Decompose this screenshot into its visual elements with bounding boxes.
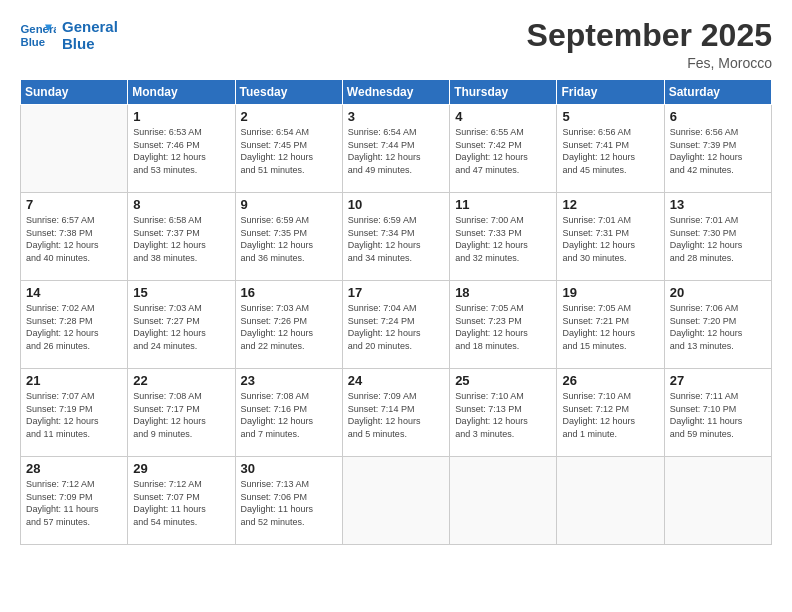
day-info: Sunrise: 7:07 AM Sunset: 7:19 PM Dayligh… [26, 390, 122, 440]
calendar-cell: 18Sunrise: 7:05 AM Sunset: 7:23 PM Dayli… [450, 281, 557, 369]
day-number: 11 [455, 197, 551, 212]
calendar-row-4: 21Sunrise: 7:07 AM Sunset: 7:19 PM Dayli… [21, 369, 772, 457]
day-number: 12 [562, 197, 658, 212]
logo-line2: Blue [62, 35, 118, 52]
day-info: Sunrise: 7:08 AM Sunset: 7:16 PM Dayligh… [241, 390, 337, 440]
logo-line1: General [62, 18, 118, 35]
day-info: Sunrise: 6:53 AM Sunset: 7:46 PM Dayligh… [133, 126, 229, 176]
day-info: Sunrise: 7:03 AM Sunset: 7:27 PM Dayligh… [133, 302, 229, 352]
calendar-cell: 1Sunrise: 6:53 AM Sunset: 7:46 PM Daylig… [128, 105, 235, 193]
calendar-cell: 13Sunrise: 7:01 AM Sunset: 7:30 PM Dayli… [664, 193, 771, 281]
calendar-row-1: 1Sunrise: 6:53 AM Sunset: 7:46 PM Daylig… [21, 105, 772, 193]
calendar-cell: 8Sunrise: 6:58 AM Sunset: 7:37 PM Daylig… [128, 193, 235, 281]
day-info: Sunrise: 6:59 AM Sunset: 7:35 PM Dayligh… [241, 214, 337, 264]
calendar-cell: 26Sunrise: 7:10 AM Sunset: 7:12 PM Dayli… [557, 369, 664, 457]
day-number: 18 [455, 285, 551, 300]
day-number: 14 [26, 285, 122, 300]
calendar-cell: 6Sunrise: 6:56 AM Sunset: 7:39 PM Daylig… [664, 105, 771, 193]
calendar-cell: 12Sunrise: 7:01 AM Sunset: 7:31 PM Dayli… [557, 193, 664, 281]
calendar-cell [342, 457, 449, 545]
col-header-tuesday: Tuesday [235, 80, 342, 105]
logo: General Blue General Blue [20, 18, 118, 53]
day-info: Sunrise: 6:57 AM Sunset: 7:38 PM Dayligh… [26, 214, 122, 264]
day-number: 20 [670, 285, 766, 300]
calendar-cell: 19Sunrise: 7:05 AM Sunset: 7:21 PM Dayli… [557, 281, 664, 369]
day-number: 23 [241, 373, 337, 388]
day-number: 15 [133, 285, 229, 300]
day-number: 29 [133, 461, 229, 476]
day-info: Sunrise: 7:12 AM Sunset: 7:07 PM Dayligh… [133, 478, 229, 528]
day-info: Sunrise: 7:01 AM Sunset: 7:30 PM Dayligh… [670, 214, 766, 264]
calendar-cell [21, 105, 128, 193]
svg-text:Blue: Blue [21, 36, 46, 48]
day-info: Sunrise: 7:05 AM Sunset: 7:23 PM Dayligh… [455, 302, 551, 352]
col-header-monday: Monday [128, 80, 235, 105]
day-info: Sunrise: 6:54 AM Sunset: 7:45 PM Dayligh… [241, 126, 337, 176]
day-number: 24 [348, 373, 444, 388]
calendar-cell: 30Sunrise: 7:13 AM Sunset: 7:06 PM Dayli… [235, 457, 342, 545]
calendar-cell: 3Sunrise: 6:54 AM Sunset: 7:44 PM Daylig… [342, 105, 449, 193]
calendar-cell: 27Sunrise: 7:11 AM Sunset: 7:10 PM Dayli… [664, 369, 771, 457]
day-info: Sunrise: 6:56 AM Sunset: 7:39 PM Dayligh… [670, 126, 766, 176]
calendar-table: SundayMondayTuesdayWednesdayThursdayFrid… [20, 79, 772, 545]
day-number: 17 [348, 285, 444, 300]
day-info: Sunrise: 7:01 AM Sunset: 7:31 PM Dayligh… [562, 214, 658, 264]
calendar-row-2: 7Sunrise: 6:57 AM Sunset: 7:38 PM Daylig… [21, 193, 772, 281]
day-info: Sunrise: 7:04 AM Sunset: 7:24 PM Dayligh… [348, 302, 444, 352]
day-number: 25 [455, 373, 551, 388]
day-info: Sunrise: 7:11 AM Sunset: 7:10 PM Dayligh… [670, 390, 766, 440]
day-number: 10 [348, 197, 444, 212]
day-number: 28 [26, 461, 122, 476]
day-number: 21 [26, 373, 122, 388]
calendar-cell: 11Sunrise: 7:00 AM Sunset: 7:33 PM Dayli… [450, 193, 557, 281]
logo-icon: General Blue [20, 21, 56, 49]
calendar-row-3: 14Sunrise: 7:02 AM Sunset: 7:28 PM Dayli… [21, 281, 772, 369]
day-info: Sunrise: 6:54 AM Sunset: 7:44 PM Dayligh… [348, 126, 444, 176]
day-info: Sunrise: 7:05 AM Sunset: 7:21 PM Dayligh… [562, 302, 658, 352]
day-info: Sunrise: 6:56 AM Sunset: 7:41 PM Dayligh… [562, 126, 658, 176]
day-info: Sunrise: 7:02 AM Sunset: 7:28 PM Dayligh… [26, 302, 122, 352]
day-number: 5 [562, 109, 658, 124]
day-number: 2 [241, 109, 337, 124]
day-number: 7 [26, 197, 122, 212]
calendar-cell: 29Sunrise: 7:12 AM Sunset: 7:07 PM Dayli… [128, 457, 235, 545]
day-info: Sunrise: 7:10 AM Sunset: 7:13 PM Dayligh… [455, 390, 551, 440]
day-info: Sunrise: 7:13 AM Sunset: 7:06 PM Dayligh… [241, 478, 337, 528]
day-info: Sunrise: 7:00 AM Sunset: 7:33 PM Dayligh… [455, 214, 551, 264]
col-header-saturday: Saturday [664, 80, 771, 105]
calendar-cell: 5Sunrise: 6:56 AM Sunset: 7:41 PM Daylig… [557, 105, 664, 193]
calendar-cell: 25Sunrise: 7:10 AM Sunset: 7:13 PM Dayli… [450, 369, 557, 457]
day-info: Sunrise: 7:12 AM Sunset: 7:09 PM Dayligh… [26, 478, 122, 528]
day-number: 1 [133, 109, 229, 124]
day-info: Sunrise: 7:10 AM Sunset: 7:12 PM Dayligh… [562, 390, 658, 440]
calendar-cell: 14Sunrise: 7:02 AM Sunset: 7:28 PM Dayli… [21, 281, 128, 369]
day-info: Sunrise: 7:06 AM Sunset: 7:20 PM Dayligh… [670, 302, 766, 352]
day-number: 4 [455, 109, 551, 124]
col-header-friday: Friday [557, 80, 664, 105]
col-header-sunday: Sunday [21, 80, 128, 105]
day-number: 27 [670, 373, 766, 388]
day-info: Sunrise: 6:58 AM Sunset: 7:37 PM Dayligh… [133, 214, 229, 264]
calendar-cell: 2Sunrise: 6:54 AM Sunset: 7:45 PM Daylig… [235, 105, 342, 193]
calendar-cell: 17Sunrise: 7:04 AM Sunset: 7:24 PM Dayli… [342, 281, 449, 369]
calendar-cell: 24Sunrise: 7:09 AM Sunset: 7:14 PM Dayli… [342, 369, 449, 457]
day-number: 30 [241, 461, 337, 476]
calendar-cell: 10Sunrise: 6:59 AM Sunset: 7:34 PM Dayli… [342, 193, 449, 281]
calendar-header-row: SundayMondayTuesdayWednesdayThursdayFrid… [21, 80, 772, 105]
calendar-cell: 7Sunrise: 6:57 AM Sunset: 7:38 PM Daylig… [21, 193, 128, 281]
calendar-cell: 20Sunrise: 7:06 AM Sunset: 7:20 PM Dayli… [664, 281, 771, 369]
day-info: Sunrise: 7:03 AM Sunset: 7:26 PM Dayligh… [241, 302, 337, 352]
day-info: Sunrise: 6:55 AM Sunset: 7:42 PM Dayligh… [455, 126, 551, 176]
calendar-cell [557, 457, 664, 545]
calendar-cell: 21Sunrise: 7:07 AM Sunset: 7:19 PM Dayli… [21, 369, 128, 457]
calendar-cell: 4Sunrise: 6:55 AM Sunset: 7:42 PM Daylig… [450, 105, 557, 193]
calendar-cell: 22Sunrise: 7:08 AM Sunset: 7:17 PM Dayli… [128, 369, 235, 457]
calendar-row-5: 28Sunrise: 7:12 AM Sunset: 7:09 PM Dayli… [21, 457, 772, 545]
title-block: September 2025 Fes, Morocco [527, 18, 772, 71]
day-number: 8 [133, 197, 229, 212]
location-subtitle: Fes, Morocco [527, 55, 772, 71]
day-number: 6 [670, 109, 766, 124]
col-header-wednesday: Wednesday [342, 80, 449, 105]
calendar-cell: 15Sunrise: 7:03 AM Sunset: 7:27 PM Dayli… [128, 281, 235, 369]
col-header-thursday: Thursday [450, 80, 557, 105]
